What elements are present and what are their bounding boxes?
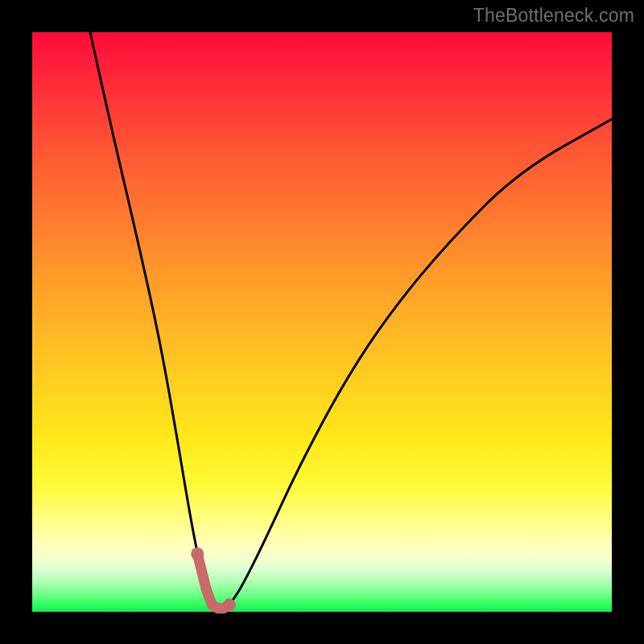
marker-endpoint [223,598,236,611]
chart-frame: TheBottleneck.com [0,0,644,644]
curve-svg [32,32,612,612]
plot-area [32,32,612,612]
marker-endpoint [191,547,204,560]
bottleneck-curve [90,32,612,609]
optimal-zone-marker [197,554,229,609]
watermark-text: TheBottleneck.com [473,5,634,27]
